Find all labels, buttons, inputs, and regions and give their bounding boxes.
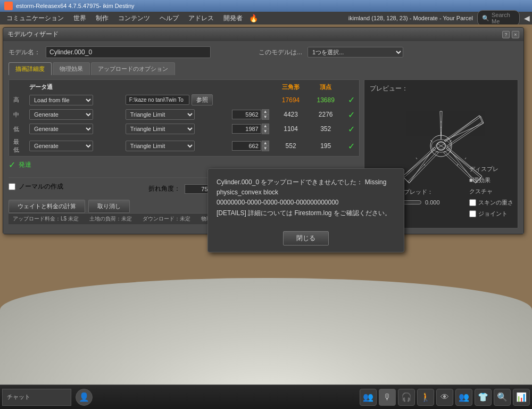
row-label-low: 低: [9, 122, 25, 136]
svg-line-16: [446, 147, 447, 149]
mid-vertices: 2276: [308, 108, 343, 122]
chat-input[interactable]: チャット: [2, 389, 71, 406]
taskbar-group-icon[interactable]: 👥: [455, 389, 472, 406]
row-label-mid: 中: [9, 108, 25, 122]
tab-upload-options[interactable]: アップロードのオプション: [91, 62, 175, 75]
table-row: 低 Generate Load from file: [9, 122, 359, 136]
right-options-panel: ディスプレ ■理効果 クスチャ スキンの重さ ジョイント: [469, 165, 513, 218]
menu-world[interactable]: 世界: [69, 13, 90, 24]
high-browse-button[interactable]: 参照: [192, 94, 213, 105]
nav-icon[interactable]: ◀: [524, 14, 530, 22]
lod-table: データ通 三角形 頂点: [9, 82, 359, 156]
mid-method-select[interactable]: Generate Load from file: [29, 109, 93, 120]
mid-spinbox: ▲ ▼: [232, 109, 269, 120]
row-label-lowest: 最低: [9, 136, 25, 156]
lowest-method-select[interactable]: Generate Load from file: [29, 141, 93, 151]
taskbar: チャット 👤 👥 🎙 🎧 🚶 👁 👥 👕 🔍 📊: [0, 385, 532, 409]
low-status: ✓: [348, 125, 355, 134]
taskbar-camera-icon[interactable]: 👁: [436, 389, 453, 406]
high-method-select[interactable]: Load from file Generate: [29, 95, 93, 105]
svg-line-8: [435, 147, 436, 149]
app-icon: [4, 2, 13, 10]
mid-spinbox-up[interactable]: ▲: [262, 109, 269, 114]
close-button[interactable]: ×: [512, 31, 519, 38]
low-spinbox-input[interactable]: [232, 124, 261, 134]
normal-checkbox[interactable]: [9, 183, 15, 190]
search-box[interactable]: 🔍 Search Me: [477, 10, 520, 26]
menu-address[interactable]: アドレス: [184, 13, 218, 24]
menu-communication[interactable]: コミュニケーション: [2, 13, 68, 24]
taskbar-mic-icon[interactable]: 🎙: [379, 389, 396, 406]
error-close-button[interactable]: 閉じる: [283, 231, 329, 246]
taskbar-shirt-icon[interactable]: 👕: [475, 389, 492, 406]
search-placeholder: Search Me: [492, 12, 515, 24]
skin-weight-checkbox[interactable]: [469, 199, 476, 206]
low-spinbox-down[interactable]: ▼: [262, 129, 269, 134]
mid-spinbox-down[interactable]: ▼: [262, 114, 269, 120]
wizard-title-bar: モデルウィザード ? ×: [3, 28, 523, 41]
error-dialog: Cylinder.000_0 をアップロードできませんでした： Missing …: [207, 168, 404, 252]
cancel-button[interactable]: 取り消し: [88, 200, 130, 213]
low-spinbox: ▲ ▼: [232, 124, 269, 134]
low-limit-select[interactable]: Triangle Limit: [126, 124, 195, 134]
joint-checkbox[interactable]: [469, 210, 476, 217]
taskbar-people-icon[interactable]: 👥: [360, 389, 377, 406]
lod-table-wrapper: データ通 三角形 頂点: [9, 79, 360, 157]
menu-content[interactable]: コンテンツ: [114, 13, 154, 24]
low-vertices: 352: [308, 122, 343, 136]
lowest-spinbox-up[interactable]: ▲: [262, 141, 269, 146]
table-row: 高 Load from file Generate: [9, 93, 359, 108]
model-name-input[interactable]: [46, 46, 211, 58]
desktop: モデルウィザード ? × モデル名： このモデルは... 1つを選択... 描画…: [0, 24, 532, 385]
status-download: ダウンロード：未定: [143, 215, 190, 223]
taskbar-search-icon[interactable]: 🔍: [494, 389, 511, 406]
lowest-spinbox-input[interactable]: [232, 141, 261, 151]
status-label: 発達: [19, 160, 31, 169]
menu-right: ikimland (128, 128, 23) - Moderate - You…: [348, 10, 530, 26]
error-message: Cylinder.000_0 をアップロードできませんでした： Missing …: [208, 169, 404, 227]
low-method-select[interactable]: Generate Load from file: [29, 124, 93, 134]
option-joint: ジョイント: [469, 210, 513, 218]
lowest-spinbox: ▲ ▼: [232, 141, 269, 151]
high-status: ✓: [348, 95, 355, 104]
menu-help[interactable]: ヘルプ: [155, 13, 183, 24]
model-type-select[interactable]: 1つを選択...: [307, 47, 403, 58]
normal-checkbox-row: ノーマルの作成: [9, 182, 63, 191]
skin-weight-label: スキンの重さ: [478, 199, 513, 207]
help-button[interactable]: ?: [502, 31, 510, 38]
mid-spinbox-input[interactable]: [232, 110, 261, 119]
menu-build[interactable]: 制作: [92, 13, 113, 24]
taskbar-avatar[interactable]: 👤: [76, 389, 93, 406]
low-spinbox-up[interactable]: ▲: [262, 124, 269, 129]
lowest-triangles: 552: [273, 136, 309, 156]
high-file-input[interactable]: [126, 95, 189, 105]
lowest-spinbox-down[interactable]: ▼: [262, 146, 269, 151]
tab-physics[interactable]: 物理効果: [53, 62, 90, 75]
taskbar-headphone-icon[interactable]: 🎧: [398, 389, 415, 406]
lowest-vertices: 195: [308, 136, 343, 156]
menu-developer[interactable]: 開発者: [219, 13, 247, 24]
modal-controls: ? ×: [502, 31, 519, 38]
row-label-high: 高: [9, 93, 25, 108]
taskbar-stats-icon[interactable]: 📊: [513, 389, 530, 406]
model-name-label: モデル名：: [9, 48, 40, 57]
high-triangles: 17694: [273, 93, 309, 108]
mid-limit-select[interactable]: Triangle Limit: [126, 109, 195, 120]
taskbar-walk-icon[interactable]: 🚶: [417, 389, 434, 406]
option-display: ディスプレ: [469, 165, 513, 173]
lowest-limit-select[interactable]: Triangle Limit: [126, 141, 195, 151]
mid-status: ✓: [348, 110, 355, 119]
low-triangles: 1104: [273, 122, 309, 136]
col-vertices: 頂点: [308, 82, 343, 93]
tab-lod[interactable]: 描画詳細度: [9, 62, 52, 75]
angle-label: 折れ角度：: [148, 184, 180, 193]
table-row: 最低 Generate Load from file: [9, 136, 359, 156]
svg-line-23: [457, 164, 458, 166]
calculate-button[interactable]: ウェイトと料金の計算: [9, 200, 85, 213]
preview-label: プレビュー：: [370, 84, 408, 93]
location-text: ikimland (128, 128, 23) - Moderate - You…: [348, 15, 473, 21]
table-row: 中 Generate Load from file: [9, 108, 359, 122]
svg-line-13: [403, 149, 436, 176]
lowest-status: ✓: [348, 142, 355, 151]
wizard-title: モデルウィザード: [7, 30, 59, 39]
